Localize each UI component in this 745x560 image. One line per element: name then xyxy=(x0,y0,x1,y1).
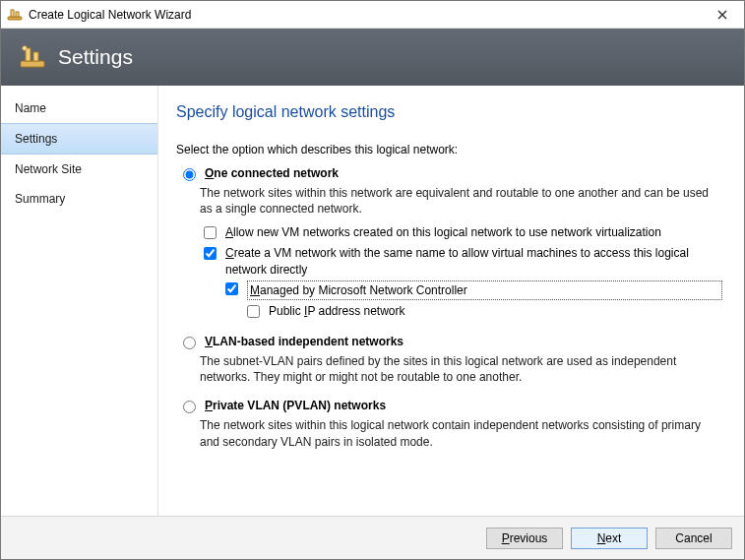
checkbox-create-vmnet-label[interactable]: Create a VM network with the same name t… xyxy=(225,245,722,277)
checkbox-allow-virtualization[interactable] xyxy=(204,226,217,239)
wizard-footer: Previous Next Cancel xyxy=(1,516,744,559)
vlan-desc: The subnet-VLAN pairs defined by the sit… xyxy=(200,353,722,385)
checkbox-create-vmnet[interactable] xyxy=(204,247,217,260)
checkbox-allow-virtualization-label[interactable]: Allow new VM networks created on this lo… xyxy=(225,224,661,240)
option-one-connected: One connected network The network sites … xyxy=(176,166,722,321)
titlebar: Create Logical Network Wizard xyxy=(1,1,744,29)
svg-rect-2 xyxy=(16,12,19,17)
sidebar-item-settings[interactable]: Settings xyxy=(1,123,157,155)
wizard-steps-sidebar: Name Settings Network Site Summary xyxy=(1,86,158,516)
svg-rect-7 xyxy=(33,52,38,61)
pvlan-desc: The network sites within this logical ne… xyxy=(200,417,722,449)
sidebar-item-network-site[interactable]: Network Site xyxy=(1,155,157,184)
svg-point-8 xyxy=(23,46,27,50)
next-button[interactable]: Next xyxy=(571,528,648,549)
wizard-banner: Settings xyxy=(1,29,744,86)
radio-pvlan-label[interactable]: Private VLAN (PVLAN) networks xyxy=(205,399,386,412)
page-title: Specify logical network settings xyxy=(176,103,722,121)
intro-text: Select the option which describes this l… xyxy=(176,143,722,156)
wizard-icon xyxy=(7,7,23,23)
settings-wizard-icon xyxy=(19,43,46,71)
option-pvlan: Private VLAN (PVLAN) networks The networ… xyxy=(176,399,722,449)
svg-rect-5 xyxy=(21,61,44,67)
checkbox-managed-by-nc-label[interactable]: Managed by Microsoft Network Controller xyxy=(247,280,722,300)
option-vlan: VLAN-based independent networks The subn… xyxy=(176,335,722,385)
close-button[interactable] xyxy=(701,1,744,29)
sidebar-item-name[interactable]: Name xyxy=(1,93,157,123)
svg-rect-1 xyxy=(11,10,14,17)
checkbox-managed-by-nc[interactable] xyxy=(225,282,238,295)
checkbox-public-ip-label[interactable]: Public IP address network xyxy=(269,303,405,319)
sidebar-item-summary[interactable]: Summary xyxy=(1,184,157,214)
wizard-content: Name Settings Network Site Summary Speci… xyxy=(1,86,744,516)
previous-button[interactable]: Previous xyxy=(486,528,563,549)
radio-one-connected-label[interactable]: One connected network xyxy=(205,166,339,180)
radio-one-connected[interactable] xyxy=(183,168,196,181)
svg-rect-0 xyxy=(8,17,22,20)
window-title: Create Logical Network Wizard xyxy=(29,8,191,22)
cancel-button[interactable]: Cancel xyxy=(655,528,732,549)
radio-pvlan[interactable] xyxy=(183,401,196,413)
checkbox-public-ip[interactable] xyxy=(247,305,260,318)
wizard-main-panel: Specify logical network settings Select … xyxy=(158,86,744,516)
banner-title: Settings xyxy=(58,45,133,69)
radio-vlan[interactable] xyxy=(183,337,196,349)
one-connected-desc: The network sites within this network ar… xyxy=(200,185,722,217)
radio-vlan-label[interactable]: VLAN-based independent networks xyxy=(205,335,404,348)
